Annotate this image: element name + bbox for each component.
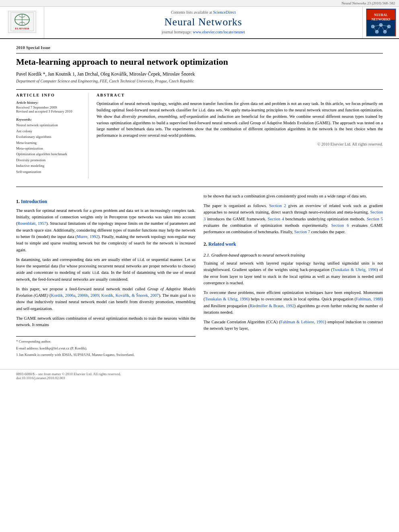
divider-3 xyxy=(16,187,383,187)
journal-title-banner: Neural Networks xyxy=(52,16,354,28)
related-para-3: The Cascade Correlation Algorithm (CCA) … xyxy=(204,319,383,332)
article-info: ARTICLE INFO Article history: Received 7… xyxy=(16,93,88,179)
sciencedirect-link[interactable]: ScienceDirect xyxy=(213,10,236,14)
keywords-section: Keywords: Neural network optimization An… xyxy=(16,117,82,175)
related-para-1: Training of neural network with layered … xyxy=(204,260,383,286)
keywords-label: Keywords: xyxy=(16,117,82,121)
paper-title: Meta-learning approach to neural network… xyxy=(16,57,383,67)
elsevier-logo-image: ELSEVIER xyxy=(8,11,36,33)
special-issue-label: 2010 Special Issue xyxy=(16,45,383,50)
section6-link[interactable]: Section 6 xyxy=(331,223,349,228)
citation-text: Neural Networks 23 (2010) 568–582 xyxy=(341,1,395,5)
fahlman-lebiere[interactable]: Fahlman & Lebiere, 1991 xyxy=(280,320,325,324)
section3-link[interactable]: Section 3 xyxy=(204,210,383,221)
footer-issn: 0893-6080/$ – see front matter © 2010 El… xyxy=(16,372,121,376)
tsoukalas-1[interactable]: Tsoukalas & Uhrig, 1996 xyxy=(332,267,376,272)
section7-link[interactable]: Section 7 xyxy=(294,230,310,234)
right-intro-para-1: to be shown that such a combination give… xyxy=(204,193,383,199)
related-para-2: To overcome these problems, more efficie… xyxy=(204,290,383,316)
section4-link[interactable]: Section 4 xyxy=(268,217,284,221)
section-1-heading: 1. Introduction xyxy=(16,198,195,205)
keyword-1: Neural network optimization xyxy=(16,122,82,128)
section2-link[interactable]: Section 2 xyxy=(269,203,286,208)
keyword-9: Self-organization xyxy=(16,169,82,175)
received-date: Received 7 September 2009 xyxy=(16,105,82,109)
section-2-heading: 2. Related work xyxy=(204,240,383,248)
copyright-text: © 2010 Elsevier Ltd. All rights reserved… xyxy=(97,142,383,146)
svg-text:NETWORKS: NETWORKS xyxy=(371,18,391,21)
homepage-link[interactable]: www.elsevier.com/locate/neunet xyxy=(193,30,245,34)
intro-para-4: The GAME network utilizes combination of… xyxy=(16,315,195,329)
tsoukalas-2[interactable]: Tsoukalas & Uhrig, 1996 xyxy=(205,297,248,301)
fahlman-1988[interactable]: Fahlman, 1988 xyxy=(356,297,381,301)
footnote-1: 1 Jan Koutník is currently with IDSIA, S… xyxy=(16,352,195,358)
murre-citation[interactable]: Murre, 1992 xyxy=(77,234,98,239)
page: Neural Networks 23 (2010) 568–582 ELSEVI… xyxy=(0,0,399,532)
keyword-8: Inductive modeling xyxy=(16,163,82,168)
revised-date: Revised and accepted 3 February 2010 xyxy=(16,109,82,113)
left-column: 1. Introduction The search for optimal n… xyxy=(16,193,195,359)
journal-logo-right: NEURAL NETWORKS xyxy=(363,7,399,38)
journal-homepage: journal homepage: www.elsevier.com/locat… xyxy=(52,30,354,34)
authors: Pavel Kordík *, Jan Koutník 1, Jan Drcha… xyxy=(16,71,383,77)
main-content: 2010 Special Issue Meta-learning approac… xyxy=(0,39,399,365)
journal-header-center: Contents lists available at ScienceDirec… xyxy=(44,7,363,38)
intro-para-3: In this paper, we propose a feed-forward… xyxy=(16,286,195,312)
keywords-list: Neural network optimization Ant colony E… xyxy=(16,122,82,175)
article-info-heading: ARTICLE INFO xyxy=(16,93,82,97)
divider-1 xyxy=(16,53,383,53)
elsevier-logo-section: ELSEVIER xyxy=(0,7,44,38)
nn-logo-image: NEURAL NETWORKS xyxy=(366,8,396,37)
keyword-2: Ant colony xyxy=(16,128,82,134)
history-label: Article history: xyxy=(16,101,82,105)
body-columns: 1. Introduction The search for optimal n… xyxy=(16,193,383,359)
introduction-link[interactable]: Introduction xyxy=(21,199,47,204)
abstract-heading: ABSTRACT xyxy=(97,93,383,97)
svg-text:ELSEVIER: ELSEVIER xyxy=(15,27,29,30)
sciencedirect-text: Contents lists available at ScienceDirec… xyxy=(52,10,354,14)
intro-para-1: The search for optimal neural network fo… xyxy=(16,207,195,253)
abstract-section: ABSTRACT Optimization of neural network … xyxy=(97,93,383,179)
kordik-2007[interactable]: Kordík, Kovářík, & Šnorek, 2007 xyxy=(101,293,159,298)
svg-text:NEURAL: NEURAL xyxy=(374,13,388,17)
intro-para-2: In datamining, tasks and corresponding d… xyxy=(16,257,195,283)
footnotes: * Corresponding author. E-mail address: … xyxy=(16,336,195,358)
info-abstract-section: ARTICLE INFO Article history: Received 7… xyxy=(16,93,383,179)
journal-header: ELSEVIER Contents lists available at Sci… xyxy=(0,7,399,39)
section5-link[interactable]: Section 5 xyxy=(367,217,383,221)
rosenblatt-citation[interactable]: Rosenblatt, 1957 xyxy=(18,221,47,226)
affiliation: Department of Computer Science and Engin… xyxy=(16,79,383,83)
kordik-2006b[interactable]: 2006b xyxy=(78,293,88,298)
subsection-21-heading: 2.1. Gradient-based approach to neural n… xyxy=(204,252,383,259)
keyword-3: Evolutionary algorithms xyxy=(16,134,82,140)
footer-bar: 0893-6080/$ – see front matter © 2010 El… xyxy=(0,369,399,382)
article-history: Article history: Received 7 September 20… xyxy=(16,101,82,113)
keyword-7: Diversity promotion xyxy=(16,157,82,163)
kordik-2009[interactable]: 2009 xyxy=(90,293,99,298)
right-column: to be shown that such a combination give… xyxy=(204,193,383,359)
footnote-star: * Corresponding author. xyxy=(16,339,195,345)
keyword-4: Meta-learning xyxy=(16,140,82,146)
citation-bar: Neural Networks 23 (2010) 568–582 xyxy=(0,0,399,7)
related-work-link[interactable]: Related work xyxy=(208,241,236,247)
footer-doi: doi:10.1016/j.neunet.2010.02.003 xyxy=(16,376,65,380)
abstract-text: Optimization of neural network topology,… xyxy=(97,101,383,139)
elsevier-logo: ELSEVIER xyxy=(8,11,36,35)
keyword-6: Optimization algorithm benchmark xyxy=(16,151,82,157)
kordik-2006a[interactable]: Kordík, 2006a xyxy=(51,293,75,298)
keyword-5: Meta-optimization xyxy=(16,146,82,151)
riedmiller-1992[interactable]: Riedmiller & Braun, 1992 xyxy=(250,304,294,308)
right-intro-para-2: The paper is organized as follows. Secti… xyxy=(204,203,383,235)
divider-2 xyxy=(16,89,383,90)
footnote-email: E-mail address: kordikp@fel.cvut.cz (P. … xyxy=(16,346,195,351)
